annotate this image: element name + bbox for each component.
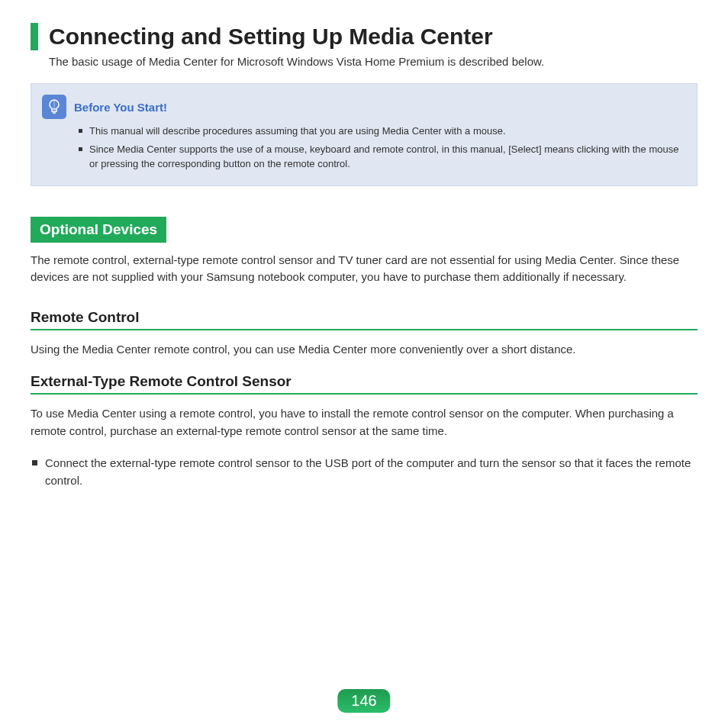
sensor-section: External-Type Remote Control Sensor To u… — [31, 373, 697, 489]
note-item: Since Media Center supports the use of a… — [79, 142, 683, 172]
document-page: Connecting and Setting Up Media Center T… — [0, 0, 728, 550]
subsection-heading: External-Type Remote Control Sensor — [31, 373, 697, 390]
page-title: Connecting and Setting Up Media Center — [49, 24, 493, 50]
body-text: To use Media Center using a remote contr… — [31, 405, 697, 440]
lightbulb-icon — [42, 95, 66, 119]
body-text: Using the Media Center remote control, y… — [31, 341, 697, 359]
note-item: This manual will describe procedures ass… — [79, 124, 683, 139]
heading-underline — [31, 329, 697, 330]
note-list: This manual will describe procedures ass… — [79, 124, 683, 172]
before-you-start-note: Before You Start! This manual will descr… — [31, 83, 697, 186]
heading-underline — [31, 393, 697, 395]
section-text: The remote control, external-type remote… — [31, 252, 697, 286]
square-bullet-icon — [32, 460, 37, 465]
bullet-text: Connect the external-type remote control… — [45, 455, 697, 489]
title-accent-bar — [31, 23, 38, 50]
intro-text: The basic usage of Media Center for Micr… — [49, 55, 697, 68]
remote-control-section: Remote Control Using the Media Center re… — [31, 309, 697, 359]
section-badge: Optional Devices — [31, 217, 166, 243]
note-title: Before You Start! — [74, 101, 167, 114]
optional-devices-section: Optional Devices The remote control, ext… — [31, 217, 697, 286]
page-number-badge: 146 — [337, 689, 390, 713]
note-header: Before You Start! — [42, 95, 683, 119]
title-row: Connecting and Setting Up Media Center — [31, 23, 697, 50]
subsection-heading: Remote Control — [31, 309, 697, 326]
bullet-item: Connect the external-type remote control… — [32, 455, 697, 489]
